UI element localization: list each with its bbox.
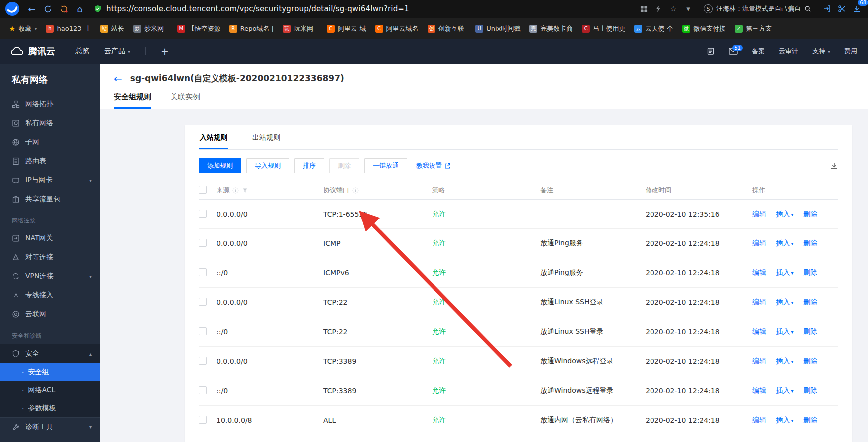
insert-rule-link[interactable]: 插入▾ (776, 327, 793, 335)
add-rule-button[interactable]: 添加规则 (199, 158, 241, 173)
info-icon[interactable] (352, 187, 359, 194)
sidebar-item-security-group[interactable]: · 安全组 (0, 363, 100, 381)
delete-rule-link[interactable]: 删除 (803, 416, 817, 424)
sidebar-item-security[interactable]: 安全 ▴ (0, 344, 100, 363)
bookmark-item[interactable]: R Repo域名 | (225, 22, 278, 35)
sidebar-item-network-topology[interactable]: 网络拓扑 (0, 95, 100, 114)
bookmark-favorites[interactable]: ★ 收藏 ▾ (5, 22, 41, 35)
sidebar-item-peering[interactable]: 对等连接 (0, 248, 100, 267)
edit-rule-link[interactable]: 编辑 (752, 327, 766, 335)
tab-outbound-rules[interactable]: 出站规则 (251, 125, 281, 149)
row-checkbox[interactable] (199, 386, 207, 394)
back-button[interactable]: ← (25, 2, 39, 16)
apps-grid-icon[interactable] (637, 2, 650, 15)
nav-billing[interactable]: 费用 (844, 47, 857, 56)
download-manager-icon[interactable]: 68 (850, 2, 863, 15)
nav-cloud-audit[interactable]: 云审计 (779, 47, 798, 56)
sidebar-item-subnet[interactable]: 子网 (0, 133, 100, 152)
filter-funnel-icon[interactable] (242, 187, 248, 194)
bookmark-item[interactable]: M 【悟空资源 (173, 22, 224, 35)
tencent-cloud-logo[interactable]: 腾讯云 (11, 45, 55, 57)
row-checkbox[interactable] (199, 357, 207, 365)
bookmark-item[interactable]: 完 完美数卡商 (525, 22, 577, 35)
nav-beian[interactable]: 备案 (752, 47, 765, 56)
edit-rule-link[interactable]: 编辑 (752, 210, 766, 218)
delete-rule-link[interactable]: 删除 (803, 239, 817, 247)
home-button[interactable]: ⌂ (73, 2, 87, 16)
address-bar[interactable]: https://console.cloud.tencent.com/vpc/se… (94, 4, 409, 13)
nav-add-shortcut-button[interactable]: + (161, 46, 169, 57)
bookmark-item[interactable]: 微 微信支付接 (678, 22, 730, 35)
bookmark-item[interactable]: U Unix时间戳 (471, 22, 524, 35)
nav-overview[interactable]: 总览 (75, 47, 89, 56)
select-all-checkbox[interactable] (199, 186, 207, 194)
sidebar-item-shared-traffic[interactable]: 共享流量包 (0, 190, 100, 209)
bookmark-item[interactable]: ✓ 第三方支 (731, 22, 776, 35)
nav-products[interactable]: 云产品 ▾ (104, 47, 130, 56)
insert-rule-link[interactable]: 插入▾ (776, 298, 793, 306)
edit-rule-link[interactable]: 编辑 (752, 268, 766, 276)
bookmark-item[interactable]: h hao123_上 (42, 22, 95, 35)
edit-rule-link[interactable]: 编辑 (752, 298, 766, 306)
hot-search-widget[interactable]: S 汪海林：流量模式是自己骗自 (699, 3, 816, 15)
delete-rule-link[interactable]: 删除 (803, 386, 817, 394)
open-all-ports-button[interactable]: 一键放通 (364, 158, 407, 173)
insert-rule-link[interactable]: 插入▾ (776, 268, 793, 276)
row-checkbox[interactable] (199, 416, 207, 424)
insert-rule-link[interactable]: 插入▾ (776, 210, 793, 218)
bookmark-item[interactable]: 炒 炒米网 - (129, 22, 172, 35)
row-checkbox[interactable] (199, 210, 207, 218)
sidebar-item-network-acl[interactable]: · 网络ACL (0, 381, 100, 399)
sidebar-item-vpc[interactable]: 私有网络 (0, 114, 100, 133)
sidebar-item-vpn[interactable]: VPN连接 ▾ (0, 267, 100, 286)
row-checkbox[interactable] (199, 268, 207, 276)
bookmark-item[interactable]: 创 创新互联- (424, 22, 471, 35)
bookmark-item[interactable]: C 阿里云域名 (371, 22, 423, 35)
insert-rule-link[interactable]: 插入▾ (776, 416, 793, 424)
edit-rule-link[interactable]: 编辑 (752, 357, 766, 365)
delete-button[interactable]: 删除 (329, 158, 359, 173)
undo-button[interactable] (57, 2, 71, 16)
sidebar-item-nat-gateway[interactable]: NAT网关 (0, 229, 100, 248)
messages-icon[interactable]: 51 (729, 48, 738, 55)
delete-rule-link[interactable]: 删除 (803, 327, 817, 335)
lightning-icon[interactable] (652, 2, 665, 15)
delete-rule-link[interactable]: 删除 (803, 268, 817, 276)
edit-rule-link[interactable]: 编辑 (752, 239, 766, 247)
import-rule-button[interactable]: 导入规则 (246, 158, 289, 173)
insert-rule-link[interactable]: 插入▾ (776, 357, 793, 365)
sort-button[interactable]: 排序 (294, 158, 324, 173)
tab-security-group-rules[interactable]: 安全组规则 (114, 92, 151, 109)
delete-rule-link[interactable]: 删除 (803, 357, 817, 365)
toolbar-caret-icon[interactable]: ▾ (682, 2, 695, 15)
sidebar-item-parameter-template[interactable]: · 参数模板 (0, 399, 100, 417)
sidebar-item-direct-connect[interactable]: 专线接入 (0, 286, 100, 305)
info-icon[interactable] (232, 187, 239, 194)
sidebar-item-ccn[interactable]: 云联网 (0, 305, 100, 324)
row-checkbox[interactable] (199, 298, 207, 306)
bookmark-item[interactable]: 站 站长 (96, 22, 128, 35)
login-icon[interactable] (820, 2, 833, 15)
sidebar-item-diagnostic-tools[interactable]: 诊断工具 ▾ (0, 417, 100, 436)
nav-support[interactable]: 支持 ▾ (812, 47, 830, 56)
refresh-button[interactable] (41, 2, 55, 16)
download-rules-icon[interactable] (830, 162, 838, 170)
row-checkbox[interactable] (199, 327, 207, 335)
back-to-list-button[interactable]: ← (114, 74, 122, 84)
tab-associated-instances[interactable]: 关联实例 (170, 92, 200, 109)
bookmark-item[interactable]: C 阿里云-域 (323, 22, 370, 35)
edit-rule-link[interactable]: 编辑 (752, 386, 766, 394)
bookmark-item[interactable]: 云 云天使-个 (630, 22, 677, 35)
favorite-star-icon[interactable]: ☆ (667, 2, 680, 15)
bookmark-item[interactable]: 玩 玩米网 - (279, 22, 322, 35)
tab-inbound-rules[interactable]: 入站规则 (199, 125, 228, 149)
delete-rule-link[interactable]: 删除 (803, 298, 817, 306)
teach-me-link[interactable]: 教我设置 (416, 161, 451, 170)
edit-rule-link[interactable]: 编辑 (752, 416, 766, 424)
insert-rule-link[interactable]: 插入▾ (776, 386, 793, 394)
screenshot-scissors-icon[interactable] (835, 2, 848, 15)
insert-rule-link[interactable]: 插入▾ (776, 239, 793, 247)
row-checkbox[interactable] (199, 239, 207, 247)
sidebar-item-ip-nic[interactable]: IP与网卡 ▾ (0, 171, 100, 190)
sidebar-item-route-table[interactable]: 路由表 (0, 152, 100, 171)
